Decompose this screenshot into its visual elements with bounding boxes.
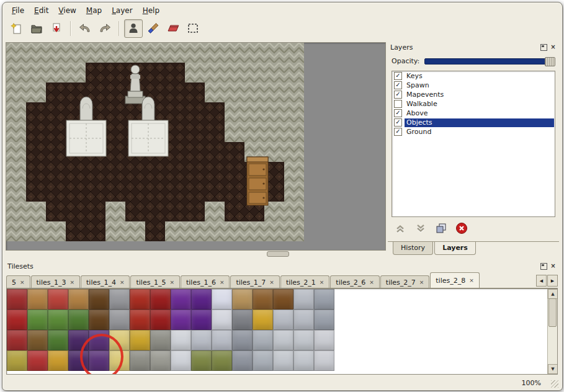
tileset-tile[interactable] — [273, 310, 293, 330]
tab-close-icon[interactable]: × — [469, 278, 474, 283]
layer-visibility-checkbox[interactable]: ✓ — [394, 118, 402, 127]
redo-button[interactable] — [96, 19, 114, 38]
tileset-tile[interactable] — [171, 350, 191, 371]
scroll-up-icon[interactable]: ▲ — [548, 289, 558, 299]
layer-row-objects[interactable]: ✓Objects — [392, 118, 555, 127]
tileset-tile[interactable] — [253, 310, 273, 330]
close-panel-icon[interactable]: × — [550, 44, 557, 51]
tileset-tile[interactable] — [314, 330, 334, 350]
tileset-tile[interactable] — [27, 289, 48, 310]
tileset-tab-5[interactable]: 5× — [6, 275, 30, 288]
lower-layer-button[interactable] — [413, 221, 428, 236]
raise-layer-button[interactable] — [393, 221, 408, 236]
layer-row-spawn[interactable]: ✓Spawn — [392, 81, 555, 90]
tileset-tile[interactable] — [150, 330, 171, 350]
tileset-tab-tiles_1_3[interactable]: tiles_1_3× — [31, 275, 80, 288]
tileset-tile[interactable] — [130, 330, 150, 350]
canvas-scrollbar[interactable] — [267, 251, 289, 257]
map-canvas[interactable] — [6, 42, 386, 251]
menu-map[interactable]: Map — [82, 5, 106, 16]
save-button[interactable] — [47, 19, 66, 38]
layer-row-keys[interactable]: ✓Keys — [392, 71, 555, 81]
tileset-tile[interactable] — [89, 289, 109, 310]
tileset-tile[interactable] — [150, 350, 171, 371]
menu-edit[interactable]: Edit — [30, 5, 53, 16]
tileset-tile[interactable] — [314, 350, 334, 371]
panel-tab-history[interactable]: History — [393, 242, 433, 255]
tileset-tab-tiles_2_6[interactable]: tiles_2_6× — [330, 275, 379, 288]
tileset-tile[interactable] — [7, 310, 27, 330]
tileset-tile[interactable] — [232, 289, 253, 310]
menu-help[interactable]: Help — [138, 5, 164, 16]
tileset-tile[interactable] — [314, 310, 334, 330]
tileset-tile[interactable] — [27, 330, 48, 350]
tileset-scrollbar[interactable]: ▲ ▼ — [547, 289, 557, 374]
tab-close-icon[interactable]: × — [220, 280, 225, 285]
layer-visibility-checkbox[interactable]: ✓ — [394, 109, 402, 117]
tileset-tile[interactable] — [7, 330, 27, 350]
tileset-tile[interactable] — [48, 289, 68, 310]
tab-close-icon[interactable]: × — [419, 280, 424, 285]
tileset-tile[interactable] — [191, 310, 212, 330]
player-stamp-tool-button[interactable] — [124, 19, 143, 38]
tileset-tile[interactable] — [191, 350, 212, 371]
delete-layer-button[interactable] — [454, 221, 469, 236]
float-panel-icon[interactable] — [540, 263, 547, 270]
tileset-tile[interactable] — [109, 289, 130, 310]
layer-row-ground[interactable]: ✓Ground — [392, 127, 555, 136]
tileset-tile[interactable] — [68, 310, 89, 330]
tab-close-icon[interactable]: × — [369, 280, 374, 285]
tileset-tile[interactable] — [191, 330, 212, 350]
tileset-tile[interactable] — [130, 310, 150, 330]
tab-close-icon[interactable]: × — [120, 280, 125, 285]
tileset-tile[interactable] — [253, 350, 273, 371]
tileset-tile[interactable] — [48, 350, 68, 371]
rect-select-tool-button[interactable] — [184, 19, 202, 38]
layer-visibility-checkbox[interactable]: ✓ — [394, 81, 402, 89]
tileset-tile[interactable] — [109, 310, 130, 330]
tileset-tab-tiles_2_8[interactable]: tiles_2_8× — [430, 272, 479, 288]
layer-visibility-checkbox[interactable]: ✓ — [394, 91, 402, 99]
close-panel-icon[interactable]: × — [550, 263, 557, 270]
tileset-tile[interactable] — [130, 289, 150, 310]
tab-close-icon[interactable]: × — [320, 280, 325, 285]
tileset-tile[interactable] — [293, 330, 314, 350]
resize-grip[interactable] — [551, 380, 558, 388]
tileset-tile[interactable] — [232, 330, 253, 350]
tab-close-icon[interactable]: × — [169, 280, 174, 285]
tileset-tile[interactable] — [232, 350, 253, 371]
eraser-tool-button[interactable] — [164, 19, 182, 38]
tileset-tile[interactable] — [212, 289, 232, 310]
layer-visibility-checkbox[interactable]: ✓ — [394, 128, 402, 136]
float-panel-icon[interactable] — [540, 44, 547, 51]
tileset-tab-tiles_1_7[interactable]: tiles_1_7× — [230, 275, 279, 288]
tileset-tile[interactable] — [273, 350, 293, 371]
new-file-button[interactable] — [7, 19, 26, 38]
tileset-tile[interactable] — [7, 289, 27, 310]
tileset-tile[interactable] — [253, 330, 273, 350]
tileset-tile[interactable] — [212, 350, 232, 371]
tileset-tile[interactable] — [150, 310, 171, 330]
layer-row-mapevents[interactable]: ✓Mapevents — [392, 90, 555, 99]
tileset-tile[interactable] — [232, 310, 253, 330]
layer-row-above[interactable]: ✓Above — [392, 109, 555, 118]
tileset-tab-tiles_1_4[interactable]: tiles_1_4× — [81, 275, 130, 288]
tileset-tile[interactable] — [293, 310, 314, 330]
map-view[interactable] — [6, 43, 304, 241]
tileset-tile[interactable] — [27, 310, 48, 330]
layer-visibility-checkbox[interactable] — [394, 100, 402, 108]
tileset-tile[interactable] — [171, 330, 191, 350]
panel-tab-layers[interactable]: Layers — [434, 242, 476, 255]
tileset-tile[interactable] — [191, 289, 212, 310]
tileset-tile[interactable] — [48, 330, 68, 350]
tileset-tile[interactable] — [253, 289, 273, 310]
layer-row-walkable[interactable]: Walkable — [392, 99, 555, 109]
undo-button[interactable] — [76, 19, 94, 38]
opacity-slider-handle[interactable] — [545, 57, 555, 66]
tileset-tile[interactable] — [273, 330, 293, 350]
tileset-tab-tiles_2_1[interactable]: tiles_2_1× — [280, 275, 329, 288]
tileset-tile[interactable] — [89, 310, 109, 330]
tileset-tile[interactable] — [273, 289, 293, 310]
tileset-tile[interactable] — [314, 289, 334, 310]
tileset-tile[interactable] — [27, 350, 48, 371]
